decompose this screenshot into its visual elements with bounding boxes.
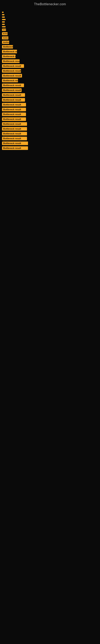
list-item: Bottleneck result xyxy=(2,74,98,78)
result-badge[interactable]: Bottleneck result xyxy=(2,132,27,136)
list-item: Bottleneck result xyxy=(2,64,98,68)
list-item: Bottleneck result xyxy=(2,16,98,18)
result-badge[interactable]: Bottleneck result xyxy=(2,69,21,73)
list-item: Bottleneck result xyxy=(2,122,98,126)
list-item: Bottleneck result xyxy=(2,103,98,106)
site-title: TheBottlenecker.com xyxy=(0,0,100,8)
list-item: Bottleneck result xyxy=(2,127,98,130)
result-badge[interactable]: Bottleneck result xyxy=(2,108,26,111)
result-badge[interactable]: Bottleneck result xyxy=(2,98,25,102)
result-badge[interactable]: Bottleneck result xyxy=(2,59,20,63)
list-item: Bottleneck result xyxy=(2,24,98,25)
result-badge[interactable]: Bottleneck result xyxy=(2,93,25,97)
list-item: Bottleneck result xyxy=(2,93,98,97)
list-item: Bottleneck result xyxy=(2,117,98,121)
list-item: Bottleneck result xyxy=(2,84,98,87)
result-badge[interactable]: Bottleneck result xyxy=(2,122,27,126)
list-item: Bottleneck result xyxy=(2,12,98,13)
list-item: Bottleneck result xyxy=(2,142,98,145)
result-badge[interactable]: Bottleneck result xyxy=(2,88,22,92)
result-badge[interactable]: Bottleneck result xyxy=(2,74,22,78)
result-badge[interactable]: Bottleneck result xyxy=(2,41,9,44)
result-badge[interactable]: Bottleneck result xyxy=(2,50,17,53)
list-item: Bottleneck result xyxy=(2,69,98,73)
result-badge[interactable]: Bottleneck result xyxy=(2,64,24,68)
list-item: Bottleneck result xyxy=(2,14,98,15)
results-container: Bottleneck resultBottleneck resultBottle… xyxy=(0,8,100,155)
result-badge[interactable]: Bottleneck result xyxy=(2,137,27,140)
list-item: Bottleneck result xyxy=(2,54,98,58)
list-item: Bottleneck result xyxy=(2,108,98,111)
list-item: Bottleneck result xyxy=(2,146,98,150)
site-header: TheBottlenecker.com xyxy=(0,0,100,8)
list-item: Bottleneck result xyxy=(2,112,98,116)
result-badge[interactable]: Bottleneck result xyxy=(2,54,16,58)
result-badge[interactable]: Bottleneck result xyxy=(2,26,6,27)
result-badge[interactable]: Bottleneck result xyxy=(2,12,3,13)
list-item: Bottleneck result xyxy=(2,41,98,44)
result-badge[interactable]: Bottleneck result xyxy=(2,32,8,35)
result-badge[interactable]: Bottleneck result xyxy=(2,24,5,25)
list-item: Bottleneck result xyxy=(2,50,98,53)
list-item: Bottleneck result xyxy=(2,88,98,92)
result-badge[interactable]: Bottleneck result xyxy=(2,79,18,82)
list-item: Bottleneck result xyxy=(2,132,98,136)
result-badge[interactable]: Bottleneck result xyxy=(2,14,4,15)
result-badge[interactable]: Bottleneck result xyxy=(2,28,6,31)
result-badge[interactable]: Bottleneck result xyxy=(2,127,27,130)
result-badge[interactable]: Bottleneck result xyxy=(2,84,24,87)
list-item: Bottleneck result xyxy=(2,36,98,40)
list-item: Bottleneck result xyxy=(2,21,98,22)
result-badge[interactable]: Bottleneck result xyxy=(2,117,26,121)
result-badge[interactable]: Bottleneck result xyxy=(2,21,5,22)
list-item: Bottleneck result xyxy=(2,98,98,102)
result-badge[interactable]: Bottleneck result xyxy=(2,146,28,150)
result-badge[interactable]: Bottleneck result xyxy=(2,16,5,18)
list-item: Bottleneck result xyxy=(2,45,98,48)
list-item: Bottleneck result xyxy=(2,79,98,82)
list-item: Bottleneck result xyxy=(2,32,98,35)
list-item: Bottleneck result xyxy=(2,26,98,27)
result-badge[interactable]: Bottleneck result xyxy=(2,103,26,106)
list-item: Bottleneck result xyxy=(2,28,98,31)
list-item: Bottleneck result xyxy=(2,59,98,63)
result-badge[interactable]: Bottleneck result xyxy=(2,142,28,145)
list-item: Bottleneck result xyxy=(2,19,98,20)
result-badge[interactable]: Bottleneck result xyxy=(2,112,26,116)
result-badge[interactable]: Bottleneck result xyxy=(2,19,6,20)
result-badge[interactable]: Bottleneck result xyxy=(2,36,8,40)
list-item: Bottleneck result xyxy=(2,137,98,140)
result-badge[interactable]: Bottleneck result xyxy=(2,45,13,48)
